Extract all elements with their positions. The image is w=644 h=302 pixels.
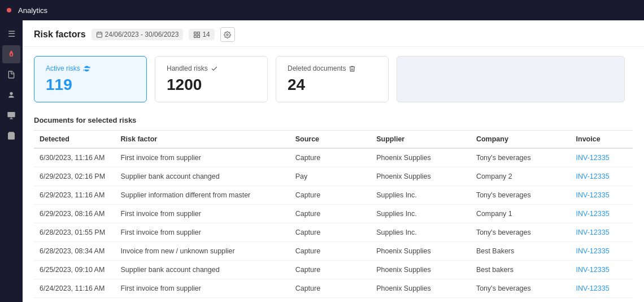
date-range-text: 24/06/2023 - 30/06/2023 [105,31,179,38]
cell-invoice[interactable]: INV-12335 [571,242,633,261]
settings-button[interactable] [220,27,235,42]
active-risks-label: Active risks [46,64,135,72]
top-nav: Analytics [0,0,644,20]
cell-detected: 6/30/2023, 11:16 AM [34,148,115,167]
cell-invoice[interactable]: INV-12335 [571,205,633,223]
cell-source: Capture [290,261,371,279]
table-row: 6/25/2023, 09:10 AMSupplier bank account… [34,261,633,279]
cell-source: Capture [290,205,371,223]
metrics-row: Active risks 119 Handled risks 1200 Dele… [23,47,644,111]
content-area: Risk factors 24/06/2023 - 30/06/2023 14 [23,20,644,302]
handled-risks-label: Handled risks [167,64,256,72]
invoice-link[interactable]: INV-12335 [576,172,610,180]
page-title: Risk factors [34,29,86,40]
nav-dots [7,8,11,12]
handled-risks-value: 1200 [167,76,256,94]
cell-invoice[interactable]: INV-12335 [571,167,633,186]
check-icon [211,65,218,72]
settings-icon [224,31,231,38]
cell-supplier: Supplies Inc. [371,186,471,205]
date-range-badge[interactable]: 24/06/2023 - 30/06/2023 [92,29,184,40]
invoice-link[interactable]: INV-12335 [576,154,610,162]
invoice-link[interactable]: INV-12335 [576,228,610,236]
active-risks-card[interactable]: Active risks 119 [34,56,147,102]
deleted-docs-label: Deleted documents [288,64,377,72]
invoice-link[interactable]: INV-12335 [576,247,610,255]
invoice-link[interactable]: INV-12335 [576,210,610,218]
col-header-invoice: Invoice [571,131,633,149]
cell-source: Capture [290,186,371,205]
svg-rect-9 [198,32,200,34]
cell-risk-factor: First invoice from supplier [115,205,290,223]
table-row: 6/28/2023, 08:34 AMInvoice from new / un… [34,242,633,261]
person-icon[interactable] [2,86,20,104]
cell-supplier: Phoenix Supplies [371,148,471,167]
invoice-link[interactable]: INV-12335 [576,266,610,274]
refresh-icon [83,65,90,72]
col-header-company: Company [471,131,571,149]
cell-company: Tony's beverages [471,186,571,205]
col-header-source: Source [290,131,371,149]
cell-invoice[interactable]: INV-12335 [571,261,633,279]
table-body: 6/30/2023, 11:16 AMFirst invoice from su… [34,148,633,298]
document-icon[interactable] [2,66,20,84]
cell-detected: 6/28/2023, 08:34 AM [34,242,115,261]
cart-icon[interactable] [2,127,20,145]
table-row: 6/29/2023, 02:16 PMSupplier bank account… [34,167,633,186]
main-layout: ☰ Risk factors 2 [0,20,644,302]
count-badge: 14 [189,29,214,40]
invoice-link[interactable]: INV-12335 [576,284,610,292]
cell-company: Tony's beverages [471,148,571,167]
trash-icon [349,65,356,72]
svg-rect-11 [198,35,200,37]
table-row: 6/29/2023, 08:16 AMFirst invoice from su… [34,205,633,223]
cell-supplier: Phoenix Supplies [371,261,471,279]
deleted-docs-value: 24 [288,76,377,94]
cell-invoice[interactable]: INV-12335 [571,223,633,242]
cell-risk-factor: Supplier bank account changed [115,261,290,279]
cell-detected: 6/24/2023, 11:16 AM [34,279,115,298]
deleted-docs-card[interactable]: Deleted documents 24 [276,56,389,102]
col-header-supplier: Supplier [371,131,471,149]
col-header-risk-factor: Risk factor [115,131,290,149]
cell-company: Best Bakers [471,242,571,261]
cell-company: Best bakers [471,261,571,279]
cell-source: Capture [290,242,371,261]
cell-detected: 6/29/2023, 02:16 PM [34,167,115,186]
cell-supplier: Phoenix Supplies [371,242,471,261]
handled-risks-card[interactable]: Handled risks 1200 [155,56,268,102]
cell-invoice[interactable]: INV-12335 [571,279,633,298]
cell-risk-factor: First invoice from supplier [115,279,290,298]
app-title: Analytics [18,6,47,15]
invoice-link[interactable]: INV-12335 [576,191,610,199]
cell-company: Tony's beverages [471,223,571,242]
cell-risk-factor: Invoice from new / unknown supplier [115,242,290,261]
svg-rect-8 [194,32,197,34]
cell-risk-factor: Supplier bank account changed [115,167,290,186]
cell-source: Pay [290,167,371,186]
fire-icon[interactable] [2,45,20,63]
cell-invoice[interactable]: INV-12335 [571,186,633,205]
cell-supplier: Supplies Inc. [371,205,471,223]
cell-supplier: Phoenix Supplies [371,167,471,186]
svg-rect-4 [97,32,102,37]
cell-invoice[interactable]: INV-12335 [571,148,633,167]
cell-supplier: Phoenix Supplies [371,279,471,298]
svg-point-12 [227,33,228,35]
monitor-icon[interactable] [2,106,20,124]
table-header-row: Detected Risk factor Source Supplier Com… [34,131,633,149]
cell-detected: 6/25/2023, 09:10 AM [34,261,115,279]
badge-count: 14 [202,31,210,38]
menu-icon[interactable]: ☰ [2,25,20,43]
grid-icon [193,31,201,38]
nav-dot-red [7,8,11,12]
cell-risk-factor: First invoice from supplier [115,223,290,242]
calendar-icon [96,31,103,38]
cell-detected: 6/28/2023, 01:55 PM [34,223,115,242]
cell-source: Capture [290,279,371,298]
table-section-title: Documents for selected risks [34,111,633,130]
cell-detected: 6/29/2023, 08:16 AM [34,205,115,223]
table-row: 6/28/2023, 01:55 PMFirst invoice from su… [34,223,633,242]
table-row: 6/30/2023, 11:16 AMFirst invoice from su… [34,148,633,167]
table-row: 6/24/2023, 11:16 AMFirst invoice from su… [34,279,633,298]
